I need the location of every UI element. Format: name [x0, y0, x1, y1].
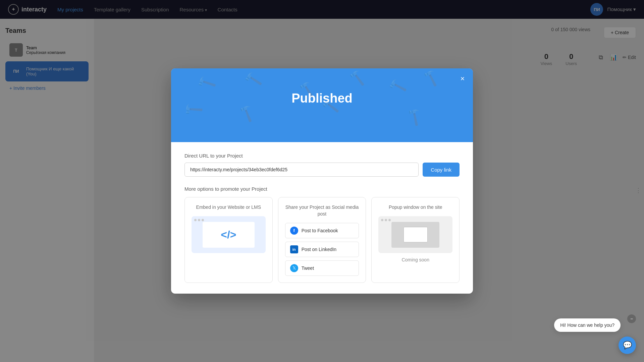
copy-link-button[interactable]: Copy link [423, 163, 460, 177]
popup-dot-1 [381, 219, 383, 221]
hammer-icon-6: 🔨 [421, 68, 441, 88]
hammer-icon-2: 🔨 [243, 70, 263, 89]
chat-bubble: Hi! How can we help you? [554, 318, 621, 332]
twitter-label: Tweet [302, 265, 314, 271]
linkedin-share-button[interactable]: in Post on LinkedIn [285, 242, 359, 257]
modal-header: 🔨 🔨 🔨 🔨 🔨 🔨 🔨 🔨 🔨 🔨 × Published [171, 68, 473, 142]
coming-soon-text: Coming soon [378, 257, 452, 262]
popup-dot-2 [385, 219, 387, 221]
popup-card-title: Popup window on the site [378, 204, 452, 211]
facebook-label: Post to Facebook [302, 228, 338, 233]
twitter-icon: 𝕏 [290, 264, 298, 272]
hammer-icon-1: 🔨 [195, 72, 218, 94]
url-input[interactable] [184, 163, 419, 177]
social-buttons: f Post to Facebook in Post on LinkedIn 𝕏… [285, 223, 359, 276]
chat-minimize-button[interactable]: − [627, 314, 636, 323]
dot-2 [198, 219, 200, 221]
popup-window-mini [404, 227, 428, 242]
promote-label: More options to promote your Project [184, 186, 460, 192]
popup-preview-inner [391, 222, 439, 248]
popup-dot-3 [388, 219, 391, 221]
facebook-share-button[interactable]: f Post to Facebook [285, 223, 359, 238]
dot-3 [202, 219, 204, 221]
embed-dots [194, 219, 204, 221]
social-card: Share your Project as Social media post … [278, 197, 366, 283]
embed-card[interactable]: Embed in your Website or LMS </> [184, 197, 273, 283]
url-row: Copy link [184, 163, 460, 177]
embed-card-title: Embed in your Website or LMS [192, 204, 266, 211]
modal-overlay: 🔨 🔨 🔨 🔨 🔨 🔨 🔨 🔨 🔨 🔨 × Published Direct U… [0, 0, 644, 362]
popup-card: Popup window on the site Coming soon [371, 197, 460, 283]
popup-preview [378, 216, 452, 253]
code-icon: </> [221, 229, 236, 241]
dot-1 [194, 219, 197, 221]
url-section-label: Direct URL to your Project [184, 153, 460, 159]
embed-preview-inner: </> [203, 222, 254, 248]
modal-close-button[interactable]: × [458, 74, 468, 84]
published-modal: 🔨 🔨 🔨 🔨 🔨 🔨 🔨 🔨 🔨 🔨 × Published Direct U… [171, 68, 473, 293]
chat-fab-icon: 💬 [623, 341, 632, 350]
social-card-title: Share your Project as Social media post [285, 204, 359, 217]
twitter-share-button[interactable]: 𝕏 Tweet [285, 260, 359, 276]
promote-cards: Embed in your Website or LMS </> [184, 197, 460, 283]
modal-body: Direct URL to your Project Copy link Mor… [171, 142, 473, 293]
linkedin-icon: in [290, 245, 298, 253]
hammer-icon-10: 🔨 [403, 106, 426, 128]
hammer-icon-8: 🔨 [236, 103, 257, 123]
hammer-icon-4: 🔨 [348, 69, 366, 86]
linkedin-label: Post on LinkedIn [302, 247, 336, 252]
embed-preview: </> [192, 216, 266, 253]
chat-fab-button[interactable]: 💬 [619, 337, 636, 354]
facebook-icon: f [290, 227, 298, 235]
popup-dots [381, 219, 391, 221]
modal-title: Published [182, 91, 462, 106]
